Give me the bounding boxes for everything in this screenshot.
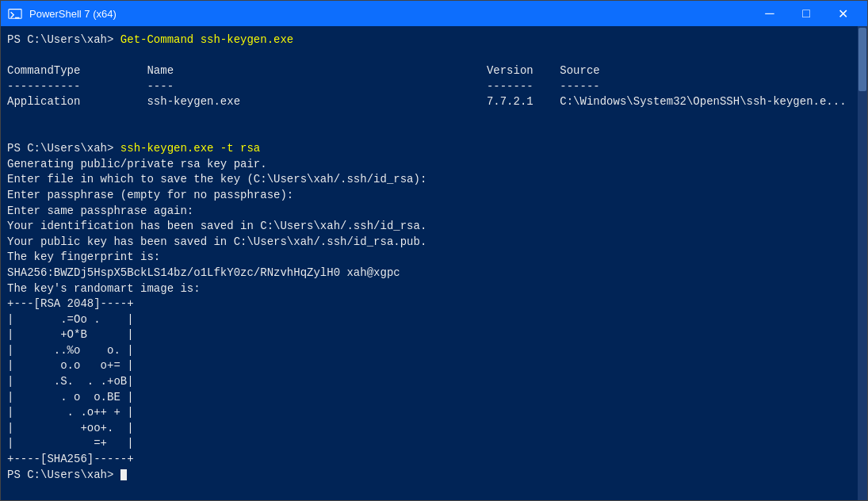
titlebar: PowerShell 7 (x64) ─ □ ✕ xyxy=(1,1,867,26)
scrollbar-thumb[interactable] xyxy=(858,28,866,91)
terminal-line: PS C:\Users\xah> xyxy=(7,468,855,484)
minimize-button[interactable]: ─ xyxy=(751,1,788,26)
terminal-line: SHA256:BWZDj5HspX5BckLS14bz/o1LfkY0zc/RN… xyxy=(7,266,855,281)
terminal-line: | .=Oo . | xyxy=(7,312,855,328)
terminal-line: | . .o++ + | xyxy=(7,405,855,421)
terminal-line: | .S. . .+oB| xyxy=(7,374,855,390)
terminal-line: | ..%o o. | xyxy=(7,343,855,359)
close-button[interactable]: ✕ xyxy=(824,1,861,26)
window-controls: ─ □ ✕ xyxy=(751,1,861,26)
app-icon xyxy=(7,6,23,21)
terminal-line: PS C:\Users\xah> ssh-keygen.exe -t rsa xyxy=(7,141,855,157)
terminal-content[interactable]: PS C:\Users\xah> Get-Command ssh-keygen.… xyxy=(1,26,858,500)
terminal[interactable]: PS C:\Users\xah> Get-Command ssh-keygen.… xyxy=(1,26,867,500)
terminal-line: | o.o o+= | xyxy=(7,358,855,374)
terminal-line xyxy=(7,126,855,142)
titlebar-title: PowerShell 7 (x64) xyxy=(29,8,751,20)
terminal-line: The key fingerprint is: xyxy=(7,250,855,266)
terminal-line: Your identification has been saved in C:… xyxy=(7,219,855,235)
scrollbar[interactable] xyxy=(858,26,867,500)
terminal-line: The key's randomart image is: xyxy=(7,281,855,297)
terminal-line: Enter same passphrase again: xyxy=(7,204,855,220)
terminal-line: PS C:\Users\xah> Get-Command ssh-keygen.… xyxy=(7,33,855,48)
terminal-line: Enter passphrase (empty for no passphras… xyxy=(7,188,855,204)
terminal-line: Enter file in which to save the key (C:\… xyxy=(7,172,855,188)
terminal-line xyxy=(7,48,855,64)
terminal-line: Your public key has been saved in C:\Use… xyxy=(7,235,855,250)
terminal-line: Generating public/private rsa key pair. xyxy=(7,157,855,173)
terminal-line: | +O*B | xyxy=(7,327,855,343)
powershell-window: PowerShell 7 (x64) ─ □ ✕ PS C:\Users\xah… xyxy=(0,0,868,501)
svg-rect-0 xyxy=(9,10,21,19)
terminal-line: +---[RSA 2048]----+ xyxy=(7,296,855,312)
terminal-line: | +oo+. | xyxy=(7,421,855,437)
terminal-line: | . o o.BE | xyxy=(7,390,855,406)
terminal-line: CommandType Name Version Source xyxy=(7,63,855,79)
terminal-line: | =+ | xyxy=(7,436,855,452)
terminal-line xyxy=(7,110,855,126)
terminal-line: ----------- ---- ------- ------ xyxy=(7,79,855,95)
terminal-line: +----[SHA256]-----+ xyxy=(7,452,855,468)
maximize-button[interactable]: □ xyxy=(788,1,824,26)
terminal-line: Application ssh-keygen.exe 7.7.2.1 C:\Wi… xyxy=(7,94,855,110)
